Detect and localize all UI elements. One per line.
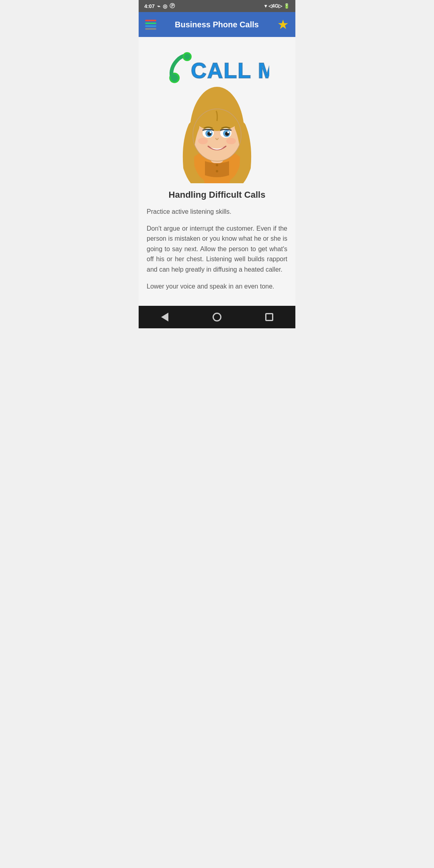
favorite-star-icon[interactable]: ★ xyxy=(277,18,289,31)
home-button[interactable] xyxy=(207,309,227,325)
svg-point-20 xyxy=(198,138,208,144)
main-content: CALL ME CALL ME xyxy=(139,37,295,306)
svg-point-3 xyxy=(184,54,190,60)
svg-text:CALL ME: CALL ME xyxy=(191,58,269,82)
svg-point-18 xyxy=(210,131,212,133)
status-left: 4:07 ⌁ ◎ Ⓟ xyxy=(144,2,175,10)
svg-point-8 xyxy=(216,170,218,172)
pocket-icon: Ⓟ xyxy=(170,2,175,10)
avatar-svg xyxy=(173,87,261,183)
call-me-logo-svg: CALL ME CALL ME xyxy=(165,47,269,87)
battery-icon: 🔋 xyxy=(284,3,290,9)
menu-line-2 xyxy=(145,23,156,24)
svg-point-19 xyxy=(227,131,229,133)
paragraph-3: Lower your voice and speak in an even to… xyxy=(147,281,287,292)
menu-line-1 xyxy=(145,20,156,21)
avatar xyxy=(173,87,261,183)
signal-icon: ◁4G▷ xyxy=(268,3,282,9)
wifi-icon: ▾ xyxy=(264,3,267,9)
status-bar: 4:07 ⌁ ◎ Ⓟ ▾ ◁4G▷ 🔋 xyxy=(139,0,295,12)
status-right: ▾ ◁4G▷ 🔋 xyxy=(264,3,290,9)
menu-line-3 xyxy=(145,25,156,27)
back-triangle-icon xyxy=(161,313,168,321)
logo-section: CALL ME CALL ME xyxy=(147,47,287,183)
call-me-graphic: CALL ME CALL ME xyxy=(165,47,269,87)
recent-apps-button[interactable] xyxy=(259,309,279,325)
svg-point-21 xyxy=(226,138,236,144)
home-circle-icon xyxy=(213,313,221,321)
paragraph-1: Practice active listening skills. xyxy=(147,207,287,217)
time-display: 4:07 xyxy=(144,3,155,9)
call-icon: ⌁ xyxy=(157,3,160,9)
hamburger-menu-icon[interactable] xyxy=(145,20,156,30)
back-button[interactable] xyxy=(155,309,175,325)
toolbar: Business Phone Calls ★ xyxy=(139,12,295,37)
page-title: Business Phone Calls xyxy=(156,20,277,29)
navigation-bar xyxy=(139,306,295,328)
chromium-icon: ◎ xyxy=(163,3,167,9)
recent-square-icon xyxy=(265,313,273,321)
menu-line-4 xyxy=(145,28,156,30)
section-title: Handling Difficult Calls xyxy=(147,190,287,200)
paragraph-2: Don't argue or interrupt the customer. E… xyxy=(147,223,287,275)
svg-point-7 xyxy=(216,164,218,166)
